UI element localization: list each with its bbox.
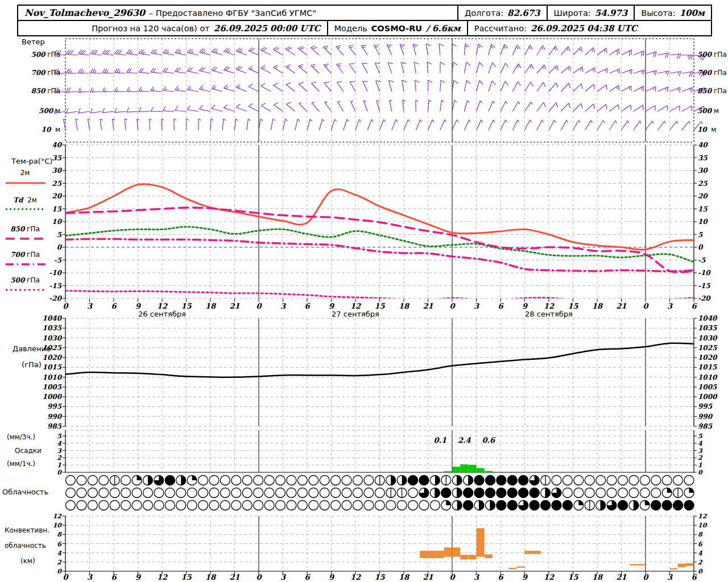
svg-text:18: 18 [205,302,217,310]
svg-text:9: 9 [135,573,142,581]
svg-text:12: 12 [544,302,555,310]
svg-text:990: 990 [47,413,63,421]
latitude-field: Широта: 54.973 [548,8,634,18]
svg-text:6: 6 [111,302,117,310]
longitude-value: 82.673 [507,8,540,18]
legend-t850: 850 гПа [0,225,50,233]
svg-text:6: 6 [111,573,117,581]
svg-text:26 сентября: 26 сентября [138,310,186,318]
svg-text:9: 9 [135,302,142,310]
svg-text:3: 3 [698,447,703,455]
svg-text:-5: -5 [698,256,706,264]
svg-text:12: 12 [544,573,555,581]
svg-text:18: 18 [592,302,603,310]
svg-text:6: 6 [57,541,62,548]
calc-label: Рассчитано: [474,24,527,33]
altitude-label: Высота: [641,9,675,18]
svg-text:21: 21 [423,573,433,581]
forecast-prefix: Прогноз на 120 часа(ов) от [92,24,210,33]
svg-text:9: 9 [329,573,335,581]
svg-text:0: 0 [643,302,649,310]
svg-text:0.1: 0.1 [433,436,446,444]
precip-bars: 0.12.40.6 [433,436,496,472]
svg-text:25: 25 [698,180,708,188]
svg-text:40: 40 [52,141,62,149]
svg-text:21: 21 [423,302,433,310]
svg-text:15: 15 [374,302,385,310]
wind-level-label-850hpa: 850 гПа [16,87,60,95]
svg-text:0: 0 [698,243,704,251]
svg-text:21: 21 [616,302,626,310]
svg-text:6: 6 [498,573,504,581]
svg-text:1035: 1035 [698,324,717,332]
svg-text:18: 18 [205,573,217,581]
svg-text:1015: 1015 [698,363,717,371]
station-section: Nov_Tolmachevo_29630 – Предоставлено ФГБ… [18,7,322,18]
svg-text:990: 990 [698,413,713,421]
svg-text:1035: 1035 [43,324,62,332]
wind-level-label-850hpa-right: 850 гПа [697,87,728,95]
svg-text:2: 2 [57,454,62,462]
svg-text:5: 5 [57,433,62,440]
svg-text:2: 2 [698,559,703,566]
svg-text:12: 12 [53,513,63,520]
svg-text:15: 15 [181,573,192,581]
precip-unit-1h: (мм/1ч.) [7,460,35,468]
longitude-label: Долгота: [465,9,503,18]
svg-text:20: 20 [698,192,708,200]
svg-text:2.4: 2.4 [458,436,471,444]
svg-text:25: 25 [52,180,61,188]
conv-panel-title-2: облачность [5,542,46,550]
calc-field: Рассчитано: 26.09.2025 04:38 UTC [468,23,644,34]
svg-text:3: 3 [280,573,286,581]
wind-panel-title: Ветер [22,38,45,46]
svg-text:15: 15 [568,573,578,581]
svg-text:0: 0 [63,302,69,310]
precip-unit-3h: (мм/3ч.) [7,433,35,441]
svg-text:9: 9 [329,302,335,310]
conv-panel-title-1: Конвективн. [5,526,49,534]
svg-text:12: 12 [350,302,361,310]
precip-panel-title: Осадки [15,447,42,455]
wind-level-label-700hpa-right: 700 гПа [697,69,728,77]
svg-text:10: 10 [698,218,708,226]
latitude-label: Широта: [554,9,591,18]
svg-text:1: 1 [57,462,61,469]
svg-text:-5: -5 [54,256,62,264]
svg-text:-15: -15 [49,282,61,290]
svg-text:1000: 1000 [698,393,718,401]
svg-text:-10: -10 [698,269,711,277]
svg-text:0: 0 [698,568,703,575]
svg-text:6: 6 [498,302,504,310]
svg-text:1005: 1005 [698,383,717,391]
svg-text:1010: 1010 [43,373,63,381]
svg-text:1010: 1010 [698,373,718,381]
svg-text:18: 18 [592,573,603,581]
svg-text:0: 0 [643,573,649,581]
meteogram-chart: 40403535303025252020151510105500-5-5-10-… [0,0,728,582]
svg-text:1015: 1015 [43,363,62,371]
svg-text:30: 30 [698,167,708,174]
svg-text:-20: -20 [49,294,62,302]
model-field: Модель COSMO-RU / 6.6км [328,23,467,34]
svg-text:8: 8 [57,531,62,538]
svg-text:8: 8 [698,531,703,538]
svg-text:0: 0 [57,568,62,575]
svg-text:6: 6 [698,541,703,548]
svg-text:995: 995 [47,402,62,410]
svg-text:985: 985 [47,422,62,430]
svg-text:21: 21 [229,302,239,310]
svg-text:5: 5 [57,231,62,239]
svg-text:1040: 1040 [698,314,718,322]
altitude-value: 100м [680,8,705,18]
svg-text:0: 0 [698,469,703,476]
wind-level-label-500m: 500 м [16,107,60,115]
svg-text:21: 21 [229,573,239,581]
temp-panel-title: Тем-ра(°C) [11,157,52,165]
svg-text:3: 3 [57,447,62,455]
svg-text:15: 15 [698,205,708,213]
svg-text:0: 0 [449,573,456,581]
forecast-field: Прогноз на 120 часа(ов) от 26.09.2025 00… [85,23,326,34]
legend-td2m: Td 2м [0,196,50,204]
svg-text:-20: -20 [698,294,711,302]
